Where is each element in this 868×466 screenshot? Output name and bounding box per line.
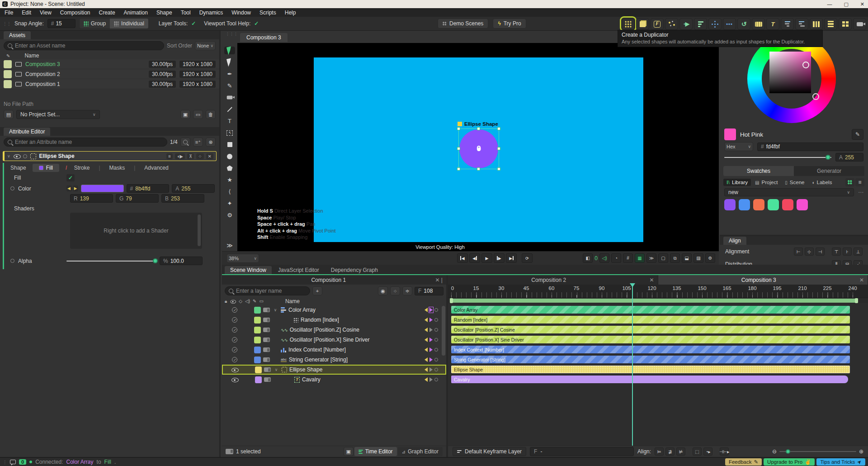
scatter-button[interactable] [665,18,678,30]
trim-path-button[interactable]: T [766,18,779,30]
track-ellipse-shape[interactable]: Ellipse Shape [451,366,850,373]
try-pro-button[interactable]: ϟ Try Pro [493,19,526,29]
close-icon[interactable]: ✕ [859,277,868,283]
menu-animation[interactable]: Animation [124,10,148,16]
demo-scenes-button[interactable]: Demo Scenes [438,19,488,29]
viewport-settings-gear-icon[interactable]: ⚙ [705,253,715,263]
swatch-coral[interactable] [753,199,764,210]
color-swatch[interactable] [81,185,124,192]
timeline-ruler[interactable]: 0 15 30 45 60 75 90 105 120 135 150 165 … [448,285,868,298]
layer-search-input[interactable] [236,288,306,294]
align-hcenter-button[interactable]: ⊹ [805,247,814,256]
layer-row-oscillator-z[interactable]: ✓ ∿∿ Oscillator [Position.Z] Cosine [222,325,446,335]
maximize-button[interactable]: ▢ [844,1,848,7]
layer-swatch[interactable] [254,357,261,363]
track-random[interactable]: Random [Index] [451,316,850,323]
settings-tool[interactable]: ⚙ [224,211,235,219]
frame-field[interactable]: F 108 [415,287,443,295]
timeline-zoom-slider[interactable] [779,451,856,452]
sparkle-tool[interactable]: ✦ [224,200,235,207]
asset-search[interactable] [4,41,164,50]
layer-toggle-icon[interactable] [263,308,270,312]
onion-arrow-button[interactable]: ◔▸ [703,447,712,456]
track-string-generator[interactable]: String Generator [String] [451,356,850,363]
line-tool[interactable] [224,105,235,113]
keyframe-layer-select[interactable]: Default Keyframe Layer [453,447,526,456]
align-bottom-button[interactable]: ⊥ [854,247,863,256]
grid-snap-icon[interactable]: # [623,253,633,263]
playhead[interactable] [632,283,633,446]
asset-swatch[interactable] [4,60,12,68]
menu-dynamics[interactable]: Dynamics [199,10,223,16]
speaker-icon[interactable]: ◁) [599,253,609,263]
layer-swatch[interactable] [254,307,261,314]
asset-swatch[interactable] [4,70,12,78]
export-frame-icon[interactable]: ⬓ [682,253,692,263]
layer-name[interactable]: Oscillator [Position.X] Sine Driver [290,337,422,343]
layer-swatch[interactable] [254,327,261,333]
selection-handle[interactable] [477,127,480,130]
color-mode-select[interactable]: Hex∨ [724,142,753,151]
tab-shape[interactable]: Shape [4,164,33,172]
enabled-check-icon[interactable]: ✓ [232,317,237,323]
menu-icon[interactable]: ≡ [166,153,173,159]
frame-bounds-icon[interactable]: ▢ [658,253,668,263]
spring-button[interactable]: ↺ [737,18,750,30]
filter-dots-button[interactable]: ⁘ [390,286,400,295]
alpha-slider[interactable] [66,258,157,264]
visibility-eye-icon[interactable] [231,366,238,373]
menu-help[interactable]: Help [285,10,296,16]
previous-frame-button[interactable]: ◀ [469,253,480,263]
menu-edit[interactable]: Edit [22,10,31,16]
selection-handle[interactable] [477,167,480,171]
project-set-icon-button[interactable]: ▤ [4,110,14,119]
polygon-tool[interactable] [224,164,235,172]
transform-tool[interactable]: ↖ [224,129,235,137]
hex-field[interactable]: # 8b4ffd [127,184,170,193]
audio-column-icon[interactable]: ◁) [245,299,250,304]
search-settings-button[interactable] [180,138,190,147]
layer-toggle-icon[interactable] [263,328,270,332]
close-icon[interactable]: ✕ [206,153,213,159]
extrude-button[interactable] [636,18,649,30]
track-color-array[interactable]: Color Array [451,306,850,314]
swatch-mint[interactable] [768,199,779,210]
tab-javascript-editor[interactable]: JavaScript Editor [273,266,325,274]
text-tool[interactable]: T [224,117,235,125]
asset-name[interactable]: Composition 3 [25,61,145,67]
more-dots-icon[interactable]: ⁘ [196,153,203,159]
stagger-b-button[interactable] [795,18,808,30]
alpha-percent-field[interactable]: % 100.0 [160,257,203,265]
emitter-button[interactable] [708,18,722,30]
color-nav-arrows[interactable]: ◀▶ [66,185,78,191]
falloff-button[interactable]: F [651,18,664,30]
library-tab[interactable]: ‖\ Library [723,179,751,186]
upgrade-to-pro-button[interactable]: Upgrade to Pro✌ [764,458,815,466]
collapse-chevron-icon[interactable]: ∨ [7,154,10,158]
add-attribute-button[interactable]: ≡⁺ [193,138,203,147]
hue-cursor[interactable] [812,93,819,100]
track-cavalry[interactable]: Cavalry [451,376,848,383]
menu-tool[interactable]: Tool [181,10,191,16]
frame-range-button[interactable]: ⬚ [693,447,702,456]
layer-toggle-icon[interactable] [264,377,271,382]
clear-search-button[interactable]: ⊗ [206,138,216,147]
range-end-handle[interactable] [855,298,858,303]
tab-attribute-editor[interactable]: Attribute Editor [4,128,50,136]
green-field[interactable]: G 79 [116,194,159,203]
messages-icon[interactable] [10,460,16,464]
layer-tools-checkbox[interactable]: ✓ [191,20,196,27]
tab-assets[interactable]: Assets [4,31,31,39]
rows-button[interactable] [824,18,837,30]
project-set-select[interactable]: No Project Set... ∨ [16,110,100,119]
tab-stroke[interactable]: / Stroke [59,164,96,172]
selection-handle[interactable] [457,127,460,130]
blue-field[interactable]: B 253 [161,194,204,203]
picker-alpha-slider[interactable] [724,154,831,161]
current-color-swatch[interactable] [724,128,736,140]
expand-tools-button[interactable]: ≫ [224,242,235,249]
grid-view-button[interactable] [845,178,854,186]
new-composition-button[interactable]: ▭ [193,110,203,119]
selection-handle[interactable] [457,147,460,150]
delete-asset-button[interactable]: 🗑︎ [206,110,216,119]
